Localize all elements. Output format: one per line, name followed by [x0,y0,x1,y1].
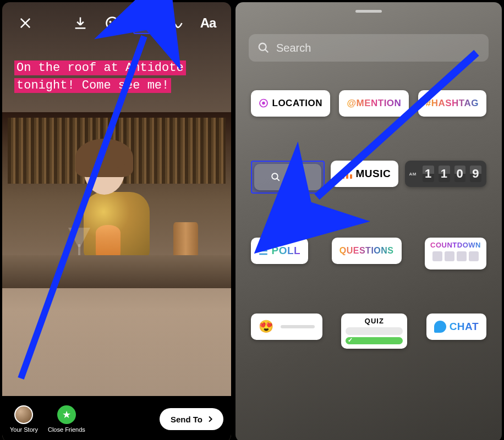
countdown-label: COUNTDOWN [430,241,481,249]
hashtag-label: #HASHTAG [426,98,479,109]
sticker-quiz[interactable]: QUIZ [341,314,407,349]
star-icon: ★ [57,405,76,424]
sticker-music[interactable]: MUSIC [331,161,398,187]
sticker-search[interactable]: Search [249,34,489,62]
svg-point-4 [145,22,146,23]
draw-button[interactable] [165,12,187,34]
sticker-questions[interactable]: QUESTIONS [332,238,402,264]
story-photo [2,112,231,288]
editor-toolbar: Aa [2,12,231,34]
mention-label: @MENTION [347,98,401,109]
questions-label: QUESTIONS [339,246,394,256]
svg-point-1 [110,21,111,22]
poll-label: POLL [272,245,301,257]
sticker-picker-screen: Search ⦿ LOCATION @MENTION #HASHTAG GIF [235,2,502,440]
sticker-poll[interactable]: ☰ POLL [251,238,308,264]
quiz-label: QUIZ [365,317,384,325]
close-button[interactable] [14,12,36,34]
close-friends-label: Close Friends [48,426,85,433]
location-label: LOCATION [272,98,323,109]
text-tool-button[interactable]: Aa [197,12,219,34]
story-caption[interactable]: On the roof at Antidote tonight! Come se… [14,59,219,95]
story-bottom-bar: Your Story ★ Close Friends Send To [2,396,231,440]
chat-bubble-icon [434,321,446,333]
close-icon [18,15,33,31]
sticker-gif[interactable]: GIF [254,164,321,190]
music-bars-icon [338,169,352,179]
caption-text: On the roof at Antidote tonight! Come se… [14,61,186,93]
sticker-hashtag[interactable]: #HASHTAG [418,90,486,117]
svg-point-3 [142,22,143,23]
close-friends-button[interactable]: ★ Close Friends [48,405,85,433]
sticker-button[interactable] [133,12,155,34]
sticker-icon [136,15,152,31]
your-story-label: Your Story [10,426,38,433]
search-icon [271,172,281,182]
story-editor-screen: Aa On the roof at Antidote tonight! Come… [2,2,231,440]
music-label: MUSIC [355,168,391,180]
time-d1: 1 [423,166,434,182]
sticker-grid: ⦿ LOCATION @MENTION #HASHTAG GIF MUSIC [235,90,502,440]
svg-point-6 [272,173,278,179]
face-filter-button[interactable] [101,12,123,34]
time-d3: 0 [454,166,466,182]
pin-icon: ⦿ [259,98,269,109]
svg-point-0 [107,18,118,29]
scribble-icon [168,15,184,31]
sticker-gif-highlight: GIF [251,161,325,194]
slider-track-icon [281,325,315,328]
time-d4: 9 [470,166,481,182]
heart-eyes-emoji-icon: 😍 [259,320,274,334]
search-icon [258,42,270,54]
poll-icon: ☰ [259,245,269,257]
time-d2: 1 [439,166,450,182]
send-to-label: Send To [171,415,202,424]
download-button[interactable] [69,12,91,34]
quiz-option-icon [346,327,403,335]
download-icon [73,15,88,31]
time-am: AM [409,172,417,177]
svg-point-5 [259,43,266,51]
your-story-button[interactable]: Your Story [10,405,38,433]
countdown-boxes-icon [432,251,479,261]
sticker-emoji-slider[interactable]: 😍 [251,314,322,340]
gif-label: GIF [286,171,304,183]
quiz-option-correct-icon [346,337,403,345]
svg-point-2 [114,21,114,22]
sticker-location[interactable]: ⦿ LOCATION [251,90,330,117]
send-to-button[interactable]: Send To [160,408,223,430]
sticker-time[interactable]: AM 1 1 0 9 [405,161,486,187]
search-placeholder: Search [276,42,311,54]
smiley-icon [105,15,120,31]
avatar-icon [14,405,33,424]
drag-handle[interactable] [355,10,382,13]
sticker-mention[interactable]: @MENTION [339,90,409,117]
chevron-right-icon [206,415,215,424]
chat-label: CHAT [450,321,479,333]
sticker-chat[interactable]: CHAT [426,314,486,340]
sticker-countdown[interactable]: COUNTDOWN [425,238,486,270]
